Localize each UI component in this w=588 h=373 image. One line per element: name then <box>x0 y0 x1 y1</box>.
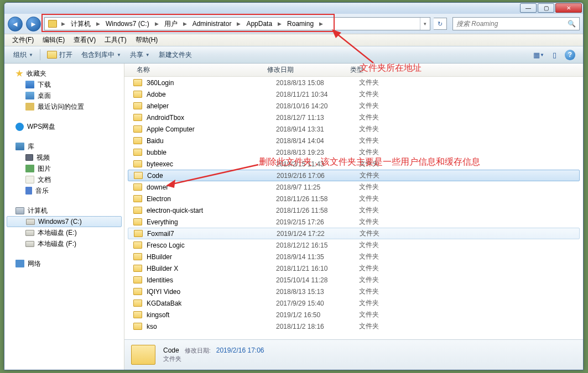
column-type[interactable]: 类型 <box>350 65 583 75</box>
folder-icon <box>133 265 142 272</box>
refresh-button[interactable]: ↻ <box>434 18 447 30</box>
forward-button[interactable]: ► <box>26 17 41 31</box>
file-row[interactable]: Foxmail72019/1/24 17:22文件夹 <box>128 228 580 239</box>
file-row[interactable]: ahelper2018/10/16 14:20文件夹 <box>124 100 583 112</box>
wps-icon <box>15 123 24 131</box>
nav-computer[interactable]: 计算机 <box>4 205 124 216</box>
file-date: 2018/9/14 13:31 <box>276 125 359 133</box>
folder-icon <box>133 195 142 202</box>
nav-network[interactable]: 网络 <box>4 258 124 269</box>
chevron-right-icon[interactable]: ▶ <box>153 21 161 27</box>
help-icon[interactable]: ? <box>565 50 575 60</box>
file-row[interactable]: Apple Computer2018/9/14 13:31文件夹 <box>124 123 583 135</box>
nav-wps[interactable]: WPS网盘 <box>4 121 124 132</box>
file-row[interactable]: byteexec2019/2/15 11:43文件夹 <box>124 158 583 170</box>
file-name: ahelper <box>147 102 276 110</box>
address-dropdown[interactable]: ▾ <box>420 18 430 30</box>
file-row[interactable]: Identities2015/10/14 11:28文件夹 <box>124 274 583 286</box>
details-name: Code <box>163 346 179 354</box>
nav-music[interactable]: 音乐 <box>4 185 124 196</box>
include-in-library-button[interactable]: 包含到库中▼ <box>77 46 126 63</box>
folder-icon <box>133 149 142 156</box>
file-row[interactable]: kso2018/11/2 18:16文件夹 <box>124 321 583 332</box>
file-row[interactable]: Adobe2018/11/21 10:34文件夹 <box>124 88 583 100</box>
file-row[interactable]: HBuilder X2018/11/21 16:10文件夹 <box>124 262 583 274</box>
menu-tools[interactable]: 工具(T) <box>100 35 131 45</box>
search-icon[interactable]: 🔍 <box>568 20 576 28</box>
chevron-right-icon[interactable]: ▶ <box>317 21 325 27</box>
file-list[interactable]: 360Login2018/8/13 15:08文件夹Adobe2018/11/2… <box>124 77 583 339</box>
chevron-right-icon[interactable]: ▶ <box>94 21 102 27</box>
file-row[interactable]: Baidu2018/8/14 14:04文件夹 <box>124 135 583 146</box>
minimize-button[interactable]: — <box>520 3 537 13</box>
folder-icon <box>133 79 142 86</box>
crumb-appdata[interactable]: AppData <box>243 18 275 30</box>
preview-pane-button[interactable]: ▯ <box>549 50 559 59</box>
file-row[interactable]: bubble2018/8/13 19:23文件夹 <box>124 146 583 158</box>
folder-icon <box>133 114 142 121</box>
file-type: 文件夹 <box>359 136 379 145</box>
share-button[interactable]: 共享▼ <box>126 46 154 63</box>
column-name[interactable]: 名称 <box>124 65 267 75</box>
menu-view[interactable]: 查看(V) <box>69 35 100 45</box>
crumb-roaming[interactable]: Roaming <box>284 18 317 30</box>
open-button[interactable]: 打开 <box>43 46 77 63</box>
nav-documents[interactable]: 文档 <box>4 174 124 185</box>
menu-help[interactable]: 帮助(H) <box>131 35 163 45</box>
chevron-right-icon[interactable]: ▶ <box>275 21 284 27</box>
file-row[interactable]: HBuilder2018/9/14 11:35文件夹 <box>124 251 583 262</box>
file-row[interactable]: electron-quick-start2018/11/26 11:58文件夹 <box>124 204 583 216</box>
file-row[interactable]: Everything2019/2/15 17:26文件夹 <box>124 216 583 228</box>
file-date: 2019/2/15 17:26 <box>276 218 359 226</box>
chevron-right-icon[interactable]: ▶ <box>181 21 189 27</box>
crumb-computer[interactable]: 计算机 <box>67 18 94 30</box>
new-folder-button[interactable]: 新建文件夹 <box>154 46 196 63</box>
file-row[interactable]: AndroidTbox2018/12/7 11:13文件夹 <box>124 112 583 123</box>
menu-file[interactable]: 文件(F) <box>8 35 38 45</box>
file-row[interactable]: downer2018/9/7 11:25文件夹 <box>124 181 583 193</box>
nav-pictures[interactable]: 图片 <box>4 163 124 174</box>
nav-drive-c[interactable]: Windows7 (C:) <box>7 216 122 227</box>
nav-favorites[interactable]: 收藏夹 <box>4 68 124 79</box>
network-icon <box>15 260 24 267</box>
nav-desktop[interactable]: 桌面 <box>4 90 124 101</box>
folder-icon <box>133 218 142 225</box>
nav-videos[interactable]: 视频 <box>4 152 124 163</box>
nav-drive-e[interactable]: 本地磁盘 (E:) <box>4 227 124 238</box>
file-date: 2019/1/24 17:22 <box>277 230 360 238</box>
file-row[interactable]: 360Login2018/8/13 15:08文件夹 <box>124 77 583 88</box>
downloads-icon <box>25 81 34 88</box>
chevron-right-icon[interactable]: ▶ <box>235 21 243 27</box>
search-input[interactable] <box>456 20 568 28</box>
chevron-right-icon[interactable]: ▶ <box>59 21 67 27</box>
column-date[interactable]: 修改日期 <box>267 65 350 75</box>
file-row[interactable]: kingsoft2019/1/2 16:50文件夹 <box>124 309 583 321</box>
nav-downloads[interactable]: 下载 <box>4 79 124 90</box>
file-row[interactable]: Electron2018/11/26 11:58文件夹 <box>124 193 583 204</box>
menu-edit[interactable]: 编辑(E) <box>38 35 69 45</box>
nav-drive-f[interactable]: 本地磁盘 (F:) <box>4 238 124 249</box>
file-row[interactable]: Fresco Logic2018/12/12 16:15文件夹 <box>124 239 583 251</box>
crumb-admin[interactable]: Administrator <box>189 18 235 30</box>
close-button[interactable]: ✕ <box>555 3 582 13</box>
view-mode-button[interactable]: ▦ ▼ <box>534 50 544 59</box>
file-row[interactable]: Code2019/2/16 17:06文件夹 <box>128 170 580 181</box>
address-bar[interactable]: ▶ 计算机 ▶ Windows7 (C:) ▶ 用户 ▶ Administrat… <box>44 17 430 30</box>
crumb-drive[interactable]: Windows7 (C:) <box>102 18 153 30</box>
file-row[interactable]: IQIYI Video2018/8/13 15:13文件夹 <box>124 286 583 297</box>
file-row[interactable]: KGDataBak2017/9/29 15:40文件夹 <box>124 297 583 309</box>
maximize-button[interactable]: ▢ <box>538 3 554 13</box>
nav-recent[interactable]: 最近访问的位置 <box>4 101 124 112</box>
organize-button[interactable]: 组织▼ <box>9 46 38 63</box>
back-button[interactable]: ◄ <box>8 17 23 31</box>
crumb-users[interactable]: 用户 <box>161 18 181 30</box>
file-date: 2018/8/13 19:23 <box>276 149 359 156</box>
file-type: 文件夹 <box>359 217 379 227</box>
file-type: 文件夹 <box>359 287 379 296</box>
file-date: 2018/9/7 11:25 <box>276 183 359 191</box>
file-type: 文件夹 <box>359 310 379 319</box>
nav-libraries[interactable]: 库 <box>4 141 124 152</box>
search-box[interactable]: 🔍 <box>452 17 580 30</box>
folder-icon <box>133 207 142 214</box>
file-type: 文件夹 <box>360 171 379 180</box>
